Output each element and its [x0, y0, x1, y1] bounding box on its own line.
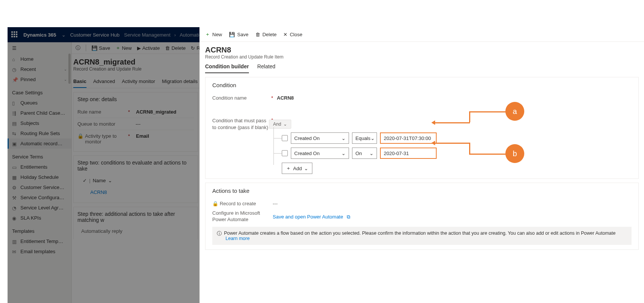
route-icon: ⇆: [12, 131, 17, 136]
operator-selector[interactable]: On⌄: [352, 148, 377, 159]
sla-icon: ◔: [12, 205, 17, 211]
info-icon[interactable]: ⓘ: [76, 45, 80, 51]
pin-icon: 📌: [12, 77, 17, 82]
group-operator[interactable]: And⌄: [269, 120, 291, 129]
value-input[interactable]: 2020-07-31: [380, 148, 437, 159]
delete-button[interactable]: 🗑Delete: [255, 32, 277, 37]
sidebar-item-parent-child[interactable]: ⇶Parent Child Case…: [8, 108, 71, 118]
button-label: Activate: [142, 45, 160, 51]
config-icon: ⚒: [12, 195, 17, 200]
section-title: Step three: additional actions to take a…: [77, 211, 194, 223]
background-page: ⓘ 💾Save ＋New ▶Activate 🗑Delete ↻Refr ACR…: [72, 42, 199, 303]
sidebar-item-label: SLA KPIs: [20, 215, 41, 221]
new-button[interactable]: ＋New: [205, 31, 222, 38]
sidebar-item-home[interactable]: ⌂Home: [8, 54, 71, 64]
sidebar: ☰ ⌂Home ◷Recent⌄ 📌Pinned⌄ Case Settings …: [8, 42, 72, 303]
close-icon: ✕: [283, 32, 287, 37]
step-one-section: Step one: details Rule name* ACRN8_migra…: [73, 92, 198, 152]
tab-advanced[interactable]: Advanced: [93, 78, 115, 88]
sidebar-item-label: Service Configura…: [20, 195, 64, 200]
delete-button[interactable]: 🗑Delete: [165, 45, 186, 51]
tab-migration-details[interactable]: Migration details: [162, 78, 198, 88]
column-name: Name: [93, 178, 106, 183]
button-label: New: [122, 45, 132, 51]
sidebar-item-cust-svc[interactable]: ⚙Customer Service…: [8, 182, 71, 192]
calendar-icon: ▦: [12, 175, 17, 180]
field-value[interactable]: ACRN8_migrated: [136, 109, 176, 115]
sidebar-item-sla[interactable]: ◔Service Level Agr…: [8, 203, 71, 213]
refresh-icon: ↻: [191, 45, 195, 51]
sidebar-item-label: Routing Rule Sets: [20, 131, 60, 136]
tab-activity-monitor[interactable]: Activity monitor: [122, 78, 155, 88]
row-checkbox[interactable]: [282, 135, 288, 141]
learn-more-link[interactable]: Learn more: [225, 236, 250, 241]
field-label: Automatically reply: [77, 227, 194, 235]
input-value: 2020-07-31: [384, 151, 409, 156]
sidebar-item-label: Subjects: [20, 120, 39, 126]
external-link-icon: ⧉: [347, 214, 350, 220]
field-label: Condition that must pass to continue (pa…: [212, 116, 269, 131]
field-value[interactable]: ---: [136, 121, 141, 127]
button-label: Delete: [263, 32, 277, 37]
row-checkbox[interactable]: [282, 150, 288, 156]
app-name[interactable]: Customer Service Hub: [70, 32, 120, 38]
hamburger-icon[interactable]: ☰: [8, 42, 71, 54]
field-selector[interactable]: Created On⌄: [291, 148, 349, 159]
add-condition-button[interactable]: ＋Add⌄: [282, 163, 312, 174]
kpi-icon: ◉: [12, 215, 17, 221]
background-command-bar: ⓘ 💾Save ＋New ▶Activate 🗑Delete ↻Refr: [72, 42, 199, 54]
table-row[interactable]: ACRN8: [77, 186, 194, 199]
background-tabs: Basic Advanced Activity monitor Migratio…: [72, 75, 199, 88]
chevron-down-icon[interactable]: ⌄: [62, 32, 66, 38]
sidebar-item-routing[interactable]: ⇆Routing Rule Sets: [8, 128, 71, 138]
input-value: 2020-07-31T07:30:00: [384, 135, 431, 141]
field-label: Activity type to monitor: [85, 133, 127, 145]
field-label: 🔒 Record to create: [212, 199, 269, 206]
sidebar-item-sla-kpi[interactable]: ◉SLA KPIs: [8, 213, 71, 223]
sidebar-item-entitlements[interactable]: ▭Entitlements: [8, 162, 71, 172]
scrollbar-thumb[interactable]: [68, 54, 71, 84]
sidebar-item-subjects[interactable]: ▤Subjects: [8, 118, 71, 128]
save-button[interactable]: 💾Save: [91, 45, 110, 51]
tab-related[interactable]: Related: [257, 63, 275, 73]
app-launcher-icon[interactable]: [11, 31, 18, 38]
tab-basic[interactable]: Basic: [73, 78, 86, 88]
sidebar-item-label: Recent: [20, 66, 36, 72]
breadcrumb-1[interactable]: Service Management: [124, 32, 171, 38]
sidebar-item-holiday[interactable]: ▦Holiday Schedule: [8, 172, 71, 182]
field-value[interactable]: ---: [273, 199, 278, 206]
plus-icon: ＋: [116, 45, 120, 51]
condition-row-2: Created On⌄ On⌄ 2020-07-31: [282, 148, 632, 159]
value-input[interactable]: 2020-07-31T07:30:00: [380, 132, 437, 144]
operator-selector[interactable]: Equals⌄: [352, 132, 377, 144]
sidebar-item-ent-temp[interactable]: ▥Entitlement Temp…: [8, 236, 71, 246]
trash-icon: 🗑: [165, 45, 170, 51]
info-banner: ⓘ Power Automate creates a flow based on…: [212, 227, 632, 245]
sidebar-item-pinned[interactable]: 📌Pinned⌄: [8, 74, 71, 85]
table-header[interactable]: ✓|Name⌄: [77, 175, 194, 186]
panel-tabs: Condition builder Related: [200, 60, 644, 73]
sidebar-item-recent[interactable]: ◷Recent⌄: [8, 64, 71, 74]
activate-button[interactable]: ▶Activate: [137, 45, 160, 51]
field-selector[interactable]: Created On⌄: [291, 132, 349, 144]
sidebar-item-svc-config[interactable]: ⚒Service Configura…: [8, 192, 71, 203]
tree-icon: ⇶: [12, 111, 17, 116]
button-label: New: [212, 32, 222, 37]
plus-icon: ＋: [205, 31, 210, 38]
save-button[interactable]: 💾Save: [229, 32, 249, 37]
close-button[interactable]: ✕Close: [283, 32, 302, 37]
section-title: Step two: conditions to evaluate and act…: [77, 160, 194, 172]
power-automate-link[interactable]: Save and open Power Automate: [273, 214, 343, 220]
sidebar-item-automatic-record[interactable]: ▣Automatic record…: [8, 138, 71, 149]
annotation-badge-b: b: [505, 144, 524, 163]
new-button[interactable]: ＋New: [116, 45, 132, 51]
panel-body: Condition Condition name * ACRN8 Conditi…: [200, 77, 644, 255]
button-label: Close: [290, 32, 302, 37]
sidebar-item-label: Home: [20, 56, 34, 62]
sidebar-item-queues[interactable]: ▯Queues: [8, 98, 71, 108]
tab-condition-builder[interactable]: Condition builder: [205, 63, 249, 73]
field-value[interactable]: ACRN8: [277, 94, 294, 101]
sidebar-item-email-temp[interactable]: ✉Email templates: [8, 246, 71, 257]
button-label: Add: [293, 166, 302, 171]
banner-text: Power Automate creates a flow based on t…: [224, 231, 627, 241]
